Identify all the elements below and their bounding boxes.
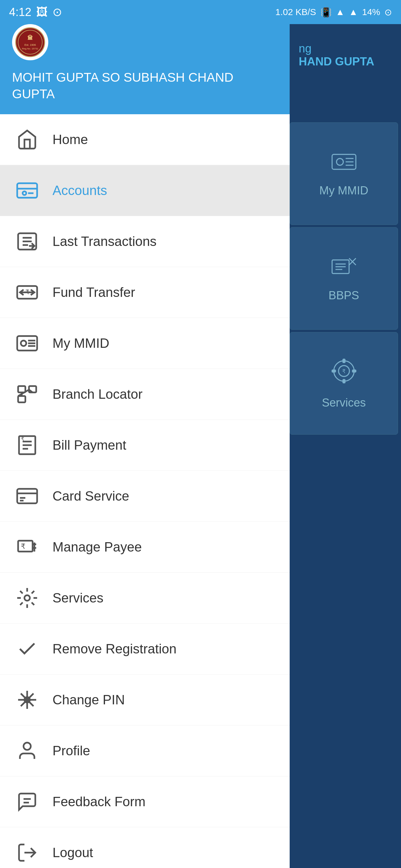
svg-rect-14 — [343, 359, 345, 363]
my-mmid-icon — [15, 331, 39, 355]
branch-locator-label: Branch Locator — [53, 387, 142, 402]
svg-rect-15 — [343, 379, 345, 383]
bbps-tile[interactable]: BBPS — [290, 227, 398, 330]
my-mmid-tile-icon — [331, 150, 357, 178]
svg-text:Est. 1906: Est. 1906 — [24, 43, 36, 46]
sidebar-item-services[interactable]: Services — [0, 572, 290, 624]
sidebar-item-change-pin[interactable]: Change PIN — [0, 675, 290, 725]
battery-icon: ⊙ — [384, 7, 392, 18]
speed-display: 1.02 KB/S — [275, 7, 316, 17]
sidebar-item-home[interactable]: Home — [0, 114, 290, 165]
drawer-user-name: MOHIT GUPTA SO SUBHASH CHAND GUPTA — [12, 69, 278, 102]
bill-payment-label: Bill Payment — [53, 438, 126, 453]
home-label: Home — [53, 132, 88, 147]
feedback-form-label: Feedback Form — [53, 794, 145, 809]
svg-text:₹: ₹ — [21, 436, 24, 442]
card-service-icon — [15, 484, 39, 508]
svg-rect-40 — [18, 396, 25, 402]
svg-text:₹: ₹ — [342, 368, 345, 374]
battery-display: 14% — [362, 7, 380, 17]
svg-point-25 — [23, 191, 26, 195]
accounts-label: Accounts — [53, 183, 107, 198]
services-label: Services — [53, 590, 104, 606]
svg-rect-16 — [332, 370, 335, 372]
last-transactions-label: Last Transactions — [53, 234, 156, 249]
home-icon — [15, 127, 39, 152]
bill-payment-icon: ₹ — [15, 433, 39, 457]
navigation-drawer: 🏛 Est. 1906 Reg No. 15731 MOHIT GUPTA SO… — [0, 0, 290, 868]
change-pin-icon — [15, 688, 39, 712]
sidebar-item-card-service[interactable]: Card Service — [0, 471, 290, 522]
greeting-text: ng — [299, 42, 389, 55]
card-service-label: Card Service — [53, 489, 129, 504]
svg-point-1 — [337, 158, 343, 165]
drawer-menu: Home Accounts — [0, 114, 290, 868]
my-mmid-tile[interactable]: My MMID — [290, 122, 398, 225]
sidebar-item-bill-payment[interactable]: ₹ Bill Payment — [0, 420, 290, 471]
right-panel: ng HAND GUPTA My MMID — [287, 0, 401, 868]
app-logo: 🏛 Est. 1906 Reg No. 15731 — [12, 24, 48, 60]
profile-label: Profile — [53, 743, 90, 758]
sidebar-item-my-mmid[interactable]: My MMID — [0, 318, 290, 369]
profile-icon — [15, 739, 39, 763]
sidebar-item-last-transactions[interactable]: Last Transactions — [0, 216, 290, 267]
wifi-icon: ▲ — [336, 7, 345, 17]
accounts-icon — [15, 179, 39, 203]
manage-payee-label: Manage Payee — [53, 539, 142, 555]
sidebar-item-manage-payee[interactable]: ₹ Manage Payee — [0, 522, 290, 572]
vibrate-icon: 📳 — [320, 7, 332, 18]
svg-text:Reg No. 15731: Reg No. 15731 — [22, 47, 38, 50]
status-left: 4:12 🖼 ⊙ — [9, 5, 62, 19]
status-right: 1.02 KB/S 📳 ▲ ▲ 14% ⊙ — [275, 7, 392, 18]
services-tile-icon: ₹ — [331, 358, 357, 390]
manage-payee-icon: ₹ — [15, 535, 39, 559]
services-tile[interactable]: ₹ Services — [290, 332, 398, 435]
logout-label: Logout — [53, 845, 93, 860]
svg-text:🏛: 🏛 — [27, 35, 33, 41]
remove-registration-icon — [15, 637, 39, 661]
sidebar-item-remove-registration[interactable]: Remove Registration — [0, 624, 290, 675]
sidebar-item-feedback-form[interactable]: Feedback Form — [0, 776, 290, 827]
fund-transfer-icon: ₹ — [15, 280, 39, 304]
change-pin-label: Change PIN — [53, 692, 125, 707]
bbps-tile-label: BBPS — [328, 289, 359, 302]
branch-locator-icon — [15, 382, 39, 406]
services-tile-label: Services — [322, 396, 366, 409]
logout-icon — [15, 841, 39, 865]
signal-icon: ▲ — [349, 7, 358, 17]
sidebar-item-branch-locator[interactable]: Branch Locator — [0, 369, 290, 420]
sidebar-item-accounts[interactable]: Accounts — [0, 165, 290, 216]
svg-rect-54 — [18, 541, 33, 552]
svg-point-64 — [24, 743, 31, 750]
user-name-partial: HAND GUPTA — [299, 55, 389, 68]
right-tiles: My MMID BBPS ₹ — [287, 116, 401, 441]
status-bar: 4:12 🖼 ⊙ 1.02 KB/S 📳 ▲ ▲ 14% ⊙ — [0, 0, 401, 24]
svg-rect-23 — [17, 183, 37, 198]
svg-point-58 — [24, 595, 30, 601]
fund-transfer-label: Fund Transfer — [53, 285, 135, 300]
time-display: 4:12 — [9, 6, 31, 19]
image-icon: 🖼 — [36, 6, 48, 19]
right-panel-header: ng HAND GUPTA — [287, 24, 401, 80]
my-mmid-tile-label: My MMID — [319, 184, 368, 197]
sidebar-item-logout[interactable]: Logout — [0, 827, 290, 868]
my-mmid-label: My MMID — [53, 336, 109, 351]
sync-icon: ⊙ — [53, 5, 62, 19]
svg-point-18 — [16, 28, 45, 57]
feedback-form-icon — [15, 789, 39, 814]
svg-text:₹: ₹ — [25, 288, 29, 296]
sidebar-item-profile[interactable]: Profile — [0, 725, 290, 776]
services-icon — [15, 586, 39, 610]
svg-point-35 — [21, 341, 26, 346]
remove-registration-label: Remove Registration — [53, 641, 176, 656]
last-transactions-icon — [15, 229, 39, 253]
svg-rect-39 — [18, 386, 25, 393]
svg-rect-17 — [352, 370, 356, 372]
svg-text:₹: ₹ — [21, 542, 25, 550]
sidebar-item-fund-transfer[interactable]: ₹ Fund Transfer — [0, 267, 290, 318]
bbps-tile-icon — [331, 255, 357, 283]
